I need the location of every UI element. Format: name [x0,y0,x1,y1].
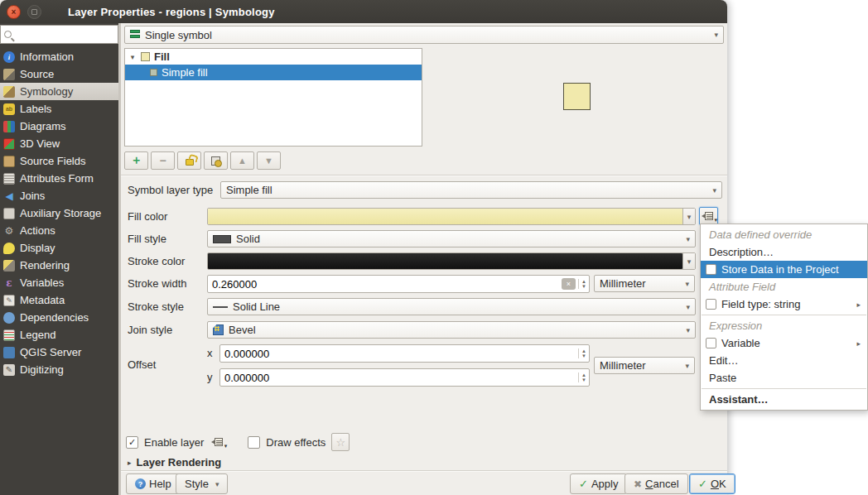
dropdown-arrow-icon: ▾ [686,326,690,334]
move-down-button[interactable]: ▼ [257,151,281,170]
actions-icon: ⚙ [3,225,15,237]
sidebar-item-diagrams[interactable]: Diagrams [0,118,118,135]
expand-icon[interactable]: ▾ [128,53,137,61]
menu-item-store-data-in-project[interactable]: Store Data in the Project [701,261,867,278]
menu-checkbox[interactable] [706,264,716,275]
join-style-value: Bevel [229,324,256,336]
symbol-type-select[interactable]: Single symbol ▾ [124,26,724,44]
enable-layer-data-defined-icon[interactable]: ▾ [213,438,224,447]
offset-unit-select[interactable]: Millimeter ▾ [594,357,695,374]
menu-item-paste[interactable]: Paste [701,369,867,387]
menu-item-edit[interactable]: Edit… [701,352,867,369]
tree-item-fill[interactable]: ▾ Fill [125,49,422,65]
dropdown-arrow-icon: ▾ [685,280,689,288]
sidebar-search[interactable] [0,25,118,44]
sidebar-item-symbology[interactable]: Symbology [0,83,118,100]
tree-item-simple-fill[interactable]: Simple fill [125,65,422,80]
stroke-width-input-wrap: × ▲▼ [207,275,590,293]
sidebar-item-joins[interactable]: ◀Joins [0,187,118,204]
sidebar-item-actions[interactable]: ⚙Actions [0,222,118,239]
sidebar-item-label: Source Fields [20,155,85,167]
sidebar-item-variables[interactable]: εVariables [0,274,118,291]
maximize-icon [31,9,37,15]
titlebar[interactable]: × Layer Properties - regions | Symbology [0,0,727,23]
offset-y-spinner[interactable]: ▲▼ [578,372,589,382]
menu-item-variable[interactable]: Variable ▸ [701,334,867,352]
sidebar-item-label: Source [20,68,54,80]
ok-button[interactable]: ✓ OK [689,473,735,494]
join-style-select[interactable]: Bevel ▾ [207,321,696,339]
stroke-color-button[interactable]: ▾ [207,252,696,270]
offset-x-spinner[interactable]: ▲▼ [578,348,589,358]
sidebar-item-attributes-form[interactable]: Attributes Form [0,170,118,187]
qgis-server-icon [3,347,15,358]
offset-y-input[interactable] [220,372,578,384]
source-fields-icon [3,156,15,167]
sidebar-item-auxiliary-storage[interactable]: Auxiliary Storage [0,204,118,222]
layer-rendering-section[interactable]: ▸ Layer Rendering [128,456,221,469]
cancel-x-icon: ✖ [634,478,642,490]
remove-symbol-layer-button[interactable]: − [151,151,175,170]
stroke-color-swatch [208,253,682,269]
search-input[interactable] [15,29,106,41]
sidebar-item-source-fields[interactable]: Source Fields [0,152,118,170]
clear-icon[interactable]: × [562,278,576,290]
sidebar-item-legend[interactable]: Legend [0,326,118,344]
sidebar-nav: iInformation Source Symbology abLabels D… [0,48,118,378]
sidebar-item-3d-view[interactable]: 3D View [0,135,118,152]
labels-icon: ab [3,103,15,115]
fill-color-data-defined-button[interactable]: ▾ [699,207,718,225]
menu-checkbox[interactable] [706,338,716,348]
stroke-width-spinner[interactable]: ▲▼ [578,279,589,289]
symbol-layer-type-value: Simple fill [226,184,272,196]
stroke-style-select[interactable]: Solid Line ▾ [207,298,696,315]
dependencies-icon [3,312,15,324]
move-up-button[interactable]: ▲ [230,151,254,170]
solid-fill-icon [213,235,231,243]
sidebar-item-dependencies[interactable]: Dependencies [0,309,118,326]
fill-color-swatch [208,209,682,224]
duplicate-symbol-layer-button[interactable] [204,151,228,170]
sidebar-item-label: Metadata [20,294,65,306]
simple-fill-swatch-icon [150,69,157,76]
style-button[interactable]: Style ▾ [176,473,228,494]
close-button[interactable]: × [7,5,21,19]
stroke-width-unit-select[interactable]: Millimeter ▾ [594,275,695,292]
offset-x-input[interactable] [220,348,578,360]
sidebar-item-label: Attributes Form [20,172,94,185]
stroke-style-value: Solid Line [233,300,280,313]
stroke-color-dropdown[interactable]: ▾ [682,253,695,269]
add-symbol-layer-button[interactable]: ＋ [124,151,148,170]
sidebar-item-labels[interactable]: abLabels [0,100,118,118]
sidebar-item-information[interactable]: iInformation [0,48,118,65]
symbol-tree-toolbar: ＋ − ▲ ▼ [124,151,281,170]
help-button[interactable]: ? Help [126,473,181,494]
menu-checkbox[interactable] [706,299,716,310]
fill-style-select[interactable]: Solid ▾ [207,230,696,248]
menu-item-description[interactable]: Description… [701,243,867,261]
cancel-button[interactable]: ✖ Cancel [624,473,688,494]
stroke-width-input[interactable] [208,278,562,291]
sidebar-item-digitizing[interactable]: ✎Digitizing [0,361,118,378]
offset-y-input-wrap: ▲▼ [219,368,590,387]
menu-item-assistant[interactable]: Assistant… [701,391,867,408]
draw-effects-checkbox[interactable] [248,436,260,449]
sidebar-item-metadata[interactable]: ✎Metadata [0,291,118,309]
help-icon: ? [135,478,146,489]
sidebar-item-display[interactable]: Display [0,239,118,257]
menu-item-field-type[interactable]: Field type: string ▸ [701,296,867,313]
sidebar-item-label: Information [20,50,74,63]
sidebar-item-qgis-server[interactable]: QGIS Server [0,344,118,361]
effects-customize-button[interactable]: ☆ [331,433,350,451]
fill-color-button[interactable]: ▾ [207,208,696,225]
lock-color-button[interactable] [177,151,201,170]
apply-button[interactable]: ✓ Apply [570,473,627,494]
symbol-layer-tree[interactable]: ▾ Fill Simple fill [124,48,422,147]
symbol-layer-type-select[interactable]: Simple fill ▾ [220,181,722,199]
fill-color-dropdown[interactable]: ▾ [682,209,695,224]
sidebar-item-source[interactable]: Source [0,65,118,83]
enable-layer-checkbox[interactable]: ✓ [126,436,138,449]
apply-button-label: Apply [591,478,619,490]
maximize-button[interactable] [27,5,41,19]
sidebar-item-rendering[interactable]: Rendering [0,257,118,274]
